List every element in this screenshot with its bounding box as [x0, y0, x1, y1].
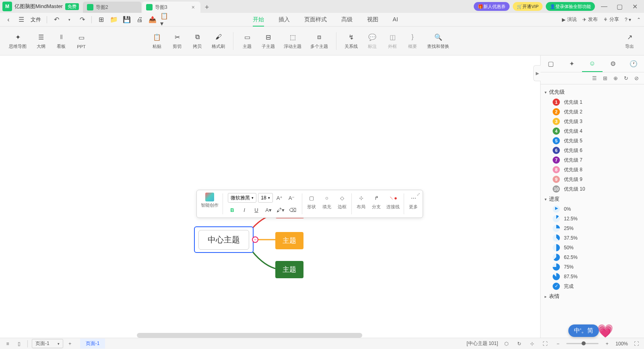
priority-item[interactable]: 10优先级 10: [541, 184, 644, 194]
export-button[interactable]: ↗导出: [620, 31, 639, 51]
vip-pill[interactable]: 🛒 开通VIP: [513, 2, 543, 11]
save-icon[interactable]: 💾: [122, 14, 132, 25]
minimize-icon[interactable]: —: [598, 0, 610, 12]
rp-tab-style[interactable]: ▢: [541, 55, 561, 72]
priority-item[interactable]: 1优先级 1: [541, 97, 644, 107]
undo-icon[interactable]: ↶: [51, 14, 62, 25]
progress-item[interactable]: 25%: [541, 224, 644, 233]
page-select[interactable]: 页面-1▾: [32, 339, 63, 348]
tab-view[interactable]: 视图: [367, 14, 378, 26]
zoom-out-icon[interactable]: −: [553, 339, 562, 348]
publish-button[interactable]: ✈ 发布: [582, 16, 598, 23]
tab-start[interactable]: 开始: [253, 14, 264, 26]
panel-collapse-button[interactable]: ▶: [533, 65, 541, 81]
sb-icon-1[interactable]: ⬡: [502, 339, 511, 348]
progress-item[interactable]: 87.5%: [541, 272, 644, 281]
back-icon[interactable]: ‹: [3, 14, 14, 25]
zoom-in-icon[interactable]: +: [603, 339, 611, 348]
progress-section-header[interactable]: ▾ 进度: [541, 194, 644, 204]
shape-icon[interactable]: ▢: [306, 193, 317, 203]
tab-insert[interactable]: 插入: [279, 14, 290, 26]
rp-tab-settings[interactable]: ⚙: [603, 55, 623, 72]
tab-doc-1[interactable]: 导图2: [83, 2, 141, 13]
progress-item[interactable]: 37.5%: [541, 233, 644, 243]
emoji-section-header[interactable]: ▸ 表情: [541, 291, 644, 302]
progress-item[interactable]: ▶0%: [541, 204, 644, 214]
list-view-icon[interactable]: ☰: [591, 75, 598, 82]
paste-button[interactable]: 📋粘贴: [147, 31, 167, 51]
relation-button[interactable]: ↯关系线: [341, 31, 362, 51]
export-dropdown-icon[interactable]: 📤: [147, 14, 158, 25]
progress-item[interactable]: 75%: [541, 262, 644, 272]
italic-button[interactable]: I: [239, 205, 250, 215]
float-close-icon[interactable]: ⤢: [417, 192, 420, 197]
bold-button[interactable]: B: [227, 205, 237, 215]
kanban-mode-button[interactable]: ⫴看板: [52, 31, 71, 51]
file-menu[interactable]: 文件: [29, 16, 43, 23]
collapse-children-button[interactable]: −: [252, 236, 258, 243]
login-pill[interactable]: 👤 登录体验全部功能: [546, 2, 595, 11]
zoom-level[interactable]: 100%: [615, 341, 628, 347]
priority-item[interactable]: 2优先级 2: [541, 107, 644, 117]
maximize-icon[interactable]: ▢: [613, 0, 625, 12]
rp-tab-icon[interactable]: ☺: [582, 55, 603, 72]
layout-icon[interactable]: ⊹: [356, 193, 366, 203]
ai-label[interactable]: 智能创作: [201, 202, 219, 208]
open-icon[interactable]: 📁: [109, 14, 119, 25]
rp-tab-history[interactable]: 🕐: [623, 55, 644, 72]
undo-dropdown-icon[interactable]: ▾: [64, 14, 74, 25]
present-button[interactable]: ▶ 演说: [562, 16, 577, 23]
hide-icon[interactable]: ⊘: [633, 75, 640, 82]
format-painter-button[interactable]: 🖌格式刷: [208, 31, 229, 51]
close-tab-icon[interactable]: ×: [190, 4, 196, 10]
horizontal-scrollbar[interactable]: [137, 333, 362, 338]
branch-icon[interactable]: ↱: [371, 193, 382, 203]
new-icon[interactable]: ⊞: [96, 14, 106, 25]
zoom-slider[interactable]: [566, 343, 599, 344]
refresh-icon[interactable]: ↻: [622, 75, 630, 82]
rp-tab-ai[interactable]: ✦: [561, 55, 582, 72]
canvas[interactable]: 中心主题 − 主题 主题 ⤢ 智能创作 微软雅黑 ▾ 18 ▾ A⁺ A⁻: [0, 55, 540, 338]
boundary-button[interactable]: ◫外框: [383, 31, 402, 51]
summary-button[interactable]: }概要: [403, 31, 422, 51]
priority-item[interactable]: 7优先级 7: [541, 155, 644, 165]
progress-item[interactable]: ✓完成: [541, 281, 644, 291]
outline-mode-button[interactable]: ☰大纲: [31, 31, 51, 51]
font-family-select[interactable]: 微软雅黑 ▾: [228, 193, 256, 203]
collapse-ribbon-icon[interactable]: ⌃: [637, 17, 641, 23]
topic-node-2[interactable]: 主题: [275, 232, 303, 249]
connector-icon[interactable]: ⟍●: [388, 193, 398, 203]
topic-button[interactable]: ▭主题: [237, 31, 257, 51]
highlight-button[interactable]: 🖍▾: [275, 205, 286, 215]
new-tab-button[interactable]: +: [201, 2, 213, 13]
font-size-select[interactable]: 18 ▾: [258, 193, 272, 203]
page-icon[interactable]: ▯: [14, 339, 23, 348]
add-page-button[interactable]: +: [66, 339, 74, 348]
ppt-mode-button[interactable]: ▭PPT: [72, 31, 91, 51]
center-node[interactable]: 中心主题 −: [194, 226, 254, 253]
priority-item[interactable]: 8优先级 8: [541, 165, 644, 174]
tab-page-style[interactable]: 页面样式: [304, 14, 327, 26]
mindmap-mode-button[interactable]: ✦思维导图: [5, 31, 31, 51]
progress-item[interactable]: 12.5%: [541, 214, 644, 224]
priority-item[interactable]: 5优先级 5: [541, 136, 644, 146]
copy-button[interactable]: ⧉拷贝: [188, 31, 207, 51]
callout-button[interactable]: 💬标注: [363, 31, 382, 51]
floating-topic-button[interactable]: ⬚浮动主题: [280, 31, 305, 51]
priority-item[interactable]: 3优先级 3: [541, 117, 644, 126]
find-replace-button[interactable]: 🔍查找和替换: [423, 31, 453, 51]
progress-item[interactable]: 62.5%: [541, 253, 644, 262]
priority-section-header[interactable]: ▾ 优先级: [541, 87, 644, 97]
add-icon[interactable]: ⊕: [612, 75, 619, 82]
progress-item[interactable]: 50%: [541, 243, 644, 253]
tab-ai[interactable]: AI: [393, 14, 398, 26]
tab-doc-2[interactable]: 导图3 ×: [142, 2, 200, 13]
border-icon[interactable]: ◇: [337, 193, 347, 203]
topic-node-3[interactable]: 主题: [275, 261, 303, 278]
clear-format-button[interactable]: ⌫: [287, 205, 298, 215]
help-icon[interactable]: ? ▾: [625, 17, 631, 23]
priority-item[interactable]: 9优先级 9: [541, 174, 644, 184]
outline-toggle-icon[interactable]: ≡: [3, 339, 12, 348]
more-dropdown-icon[interactable]: 📋▾: [160, 14, 171, 25]
print-icon[interactable]: 🖨: [134, 14, 145, 25]
